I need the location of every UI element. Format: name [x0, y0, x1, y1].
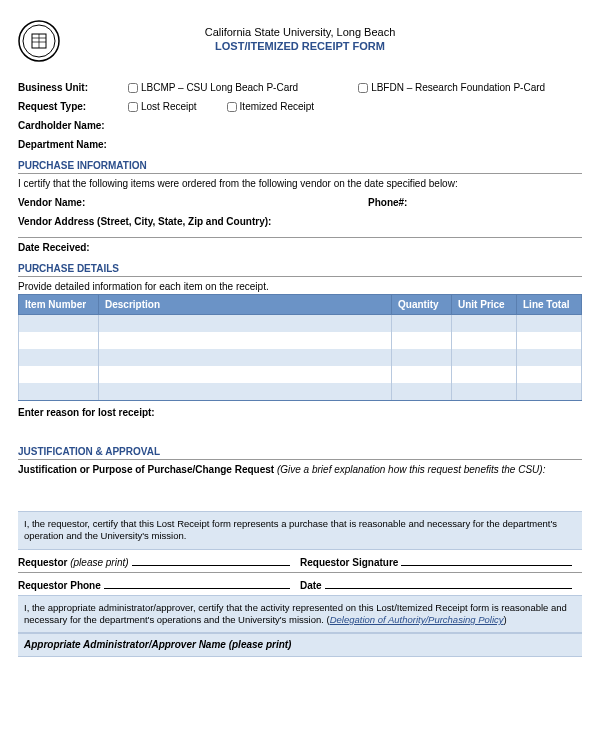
request-type-option-lost[interactable]: Lost Receipt	[128, 101, 197, 112]
date-line[interactable]	[325, 577, 572, 589]
reason-label: Enter reason for lost receipt:	[18, 407, 582, 418]
request-type-option-itemized[interactable]: Itemized Receipt	[227, 101, 314, 112]
table-row[interactable]	[19, 315, 582, 333]
department-row: Department Name:	[18, 139, 582, 150]
cardholder-row: Cardholder Name:	[18, 120, 582, 131]
business-unit-option-lbfdn[interactable]: LBFDN – Research Foundation P-Card	[358, 82, 545, 93]
form-title: LOST/ITEMIZED RECEIPT FORM	[70, 40, 530, 52]
divider	[18, 237, 582, 238]
requestor-sig-row-1: Requestor (please print) Requestor Signa…	[18, 550, 582, 572]
request-type-row: Request Type: Lost Receipt Itemized Rece…	[18, 101, 582, 112]
purchase-details-table: Item Number Description Quantity Unit Pr…	[18, 294, 582, 401]
requestor-signature-line[interactable]	[401, 554, 572, 566]
table-row[interactable]	[19, 332, 582, 349]
business-unit-row: Business Unit: LBCMP – CSU Long Beach P-…	[18, 82, 582, 93]
th-description: Description	[99, 295, 392, 315]
table-row[interactable]	[19, 349, 582, 366]
checkbox-lbfdn[interactable]	[358, 83, 368, 93]
table-row[interactable]	[19, 366, 582, 383]
requestor-certification: I, the requestor, certify that this Lost…	[18, 511, 582, 550]
requestor-phone-label: Requestor Phone	[18, 580, 101, 591]
approver-certification: I, the appropriate administrator/approve…	[18, 595, 582, 634]
th-quantity: Quantity	[392, 295, 452, 315]
department-label: Department Name:	[18, 139, 128, 150]
policy-link[interactable]: Delegation of Authority/Purchasing Polic…	[330, 614, 504, 625]
university-seal-icon	[18, 20, 60, 62]
vendor-name-row: Vendor Name: Phone#:	[18, 197, 582, 208]
vendor-name-label: Vendor Name:	[18, 197, 368, 208]
table-body	[19, 315, 582, 401]
purchase-info-title: PURCHASE INFORMATION	[18, 160, 582, 174]
date-label: Date	[300, 580, 322, 591]
justification-title: JUSTIFICATION & APPROVAL	[18, 446, 582, 460]
justification-prompt: Justification or Purpose of Purchase/Cha…	[18, 464, 582, 475]
purchase-info-cert: I certify that the following items were …	[18, 178, 582, 189]
checkbox-itemized-receipt[interactable]	[227, 102, 237, 112]
requestor-print-line[interactable]	[132, 554, 290, 566]
phone-label: Phone#:	[368, 197, 407, 208]
th-item-number: Item Number	[19, 295, 99, 315]
purchase-details-subtitle: Provide detailed information for each it…	[18, 281, 582, 292]
vendor-address-label: Vendor Address (Street, City, State, Zip…	[18, 216, 582, 227]
requestor-signature-label: Requestor Signature	[300, 557, 398, 568]
header: California State University, Long Beach …	[18, 20, 582, 62]
purchase-details-title: PURCHASE DETAILS	[18, 263, 582, 277]
university-name: California State University, Long Beach	[70, 26, 530, 38]
cardholder-label: Cardholder Name:	[18, 120, 128, 131]
requestor-phone-line[interactable]	[104, 577, 290, 589]
business-unit-label: Business Unit:	[18, 82, 128, 93]
date-received-label: Date Received:	[18, 242, 582, 253]
th-unit-price: Unit Price	[452, 295, 517, 315]
request-type-label: Request Type:	[18, 101, 128, 112]
approver-name-band: Appropriate Administrator/Approver Name …	[18, 633, 582, 656]
checkbox-lost-receipt[interactable]	[128, 102, 138, 112]
table-row[interactable]	[19, 383, 582, 401]
requestor-print-label: Requestor (please print)	[18, 557, 129, 568]
checkbox-lbcmp[interactable]	[128, 83, 138, 93]
business-unit-option-lbcmp[interactable]: LBCMP – CSU Long Beach P-Card	[128, 82, 298, 93]
requestor-sig-row-2: Requestor Phone Date	[18, 573, 582, 595]
th-line-total: Line Total	[517, 295, 582, 315]
